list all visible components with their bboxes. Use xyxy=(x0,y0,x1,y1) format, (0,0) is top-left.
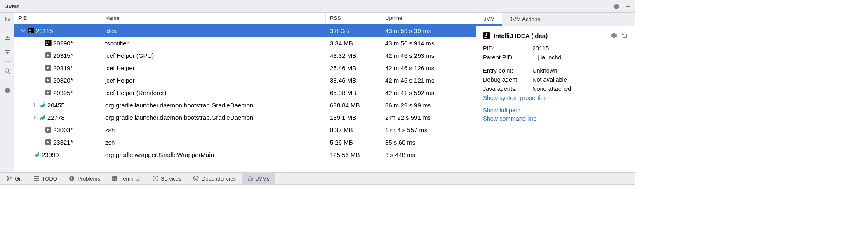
svg-rect-0 xyxy=(626,6,630,7)
pid-label: PID: xyxy=(483,45,532,52)
name-text: jcef Helper (Renderer) xyxy=(101,89,326,96)
table-row[interactable]: 23999org.gradle.wrapper.GradleWrapperMai… xyxy=(14,148,476,161)
pid-text: 23003* xyxy=(53,126,73,133)
name-text: jcef Helper (GPU) xyxy=(101,52,326,59)
gear-icon[interactable] xyxy=(613,3,620,10)
table-row[interactable]: 23321*zsh5.26 MB35 s 60 ms xyxy=(14,136,476,148)
bottom-dependencies-label: Dependencies xyxy=(202,176,236,182)
rss-text: 638.84 MB xyxy=(326,102,381,109)
svg-point-19 xyxy=(38,153,39,154)
tool-gutter xyxy=(0,13,14,172)
entry-label: Entry point: xyxy=(483,67,532,74)
bottom-terminal[interactable]: Terminal xyxy=(106,173,146,184)
svg-point-25 xyxy=(7,179,9,181)
pid-text: 20455 xyxy=(47,102,65,109)
bottom-jvms[interactable]: JVMs xyxy=(242,173,275,184)
table-row[interactable]: 20320*jcef Helper33.46 MB42 m 46 s 121 m… xyxy=(14,74,476,86)
svg-rect-28 xyxy=(35,176,39,177)
minimize-icon[interactable] xyxy=(624,3,632,10)
bottom-git[interactable]: Git xyxy=(0,173,28,184)
name-text: org.gradle.launcher.daemon.bootstrap.Gra… xyxy=(101,102,326,109)
table-row[interactable]: 20319*jcef Helper25.46 MB42 m 46 s 126 m… xyxy=(14,62,476,74)
details-refresh-icon[interactable] xyxy=(621,32,628,39)
svg-rect-34 xyxy=(72,177,73,179)
uptime-text: 42 m 46 s 293 ms xyxy=(381,52,476,59)
column-rss[interactable]: RSS xyxy=(326,13,381,24)
svg-rect-5 xyxy=(29,32,31,33)
table-row[interactable]: 23003*zsh8.37 MB1 m 4 s 557 ms xyxy=(14,124,476,136)
bottom-services[interactable]: Services xyxy=(146,173,187,184)
ppid-label: Parent PID: xyxy=(483,54,532,61)
expand-all-icon[interactable] xyxy=(4,35,11,42)
bottom-dependencies[interactable]: Dependencies xyxy=(187,173,242,184)
layers-icon xyxy=(193,176,199,182)
uptime-text: 2 m 22 s 591 ms xyxy=(381,114,476,121)
table-body: IJ20115idea3.8 GB43 m 59 s 39 msIJ20290*… xyxy=(14,24,476,172)
svg-point-24 xyxy=(7,176,9,178)
git-branch-icon xyxy=(6,176,12,182)
uptime-text: 42 m 46 s 121 ms xyxy=(381,77,476,84)
column-name[interactable]: Name xyxy=(101,13,326,24)
tab-jvm-actions[interactable]: JVM Actions xyxy=(502,13,548,26)
refresh-icon[interactable] xyxy=(4,15,11,23)
table-row[interactable]: 22778org.gradle.launcher.daemon.bootstra… xyxy=(14,111,476,124)
table-row[interactable]: 20455org.gradle.launcher.daemon.bootstra… xyxy=(14,99,476,111)
svg-point-1 xyxy=(5,69,9,72)
gradle-icon xyxy=(39,102,46,108)
name-text: org.gradle.wrapper.GradleWrapperMain xyxy=(101,151,326,158)
uptime-text: 43 m 59 s 39 ms xyxy=(381,27,476,34)
chevron-down-icon[interactable] xyxy=(20,29,26,33)
uptime-text: 43 m 56 s 914 ms xyxy=(381,40,476,47)
column-pid[interactable]: PID xyxy=(14,13,101,24)
rss-text: 125.56 MB xyxy=(326,151,381,158)
exec-icon xyxy=(45,126,52,133)
ij-icon: IJ xyxy=(28,27,34,34)
details-tabs: JVM JVM Actions xyxy=(476,13,635,26)
svg-text:IJ: IJ xyxy=(46,40,49,43)
play-icon xyxy=(152,176,158,182)
pid-text: 20115 xyxy=(36,27,53,34)
svg-text:IJ: IJ xyxy=(484,33,487,36)
table-row[interactable]: 20315*jcef Helper (GPU)43.32 MB42 m 46 s… xyxy=(14,49,476,62)
rss-text: 5.26 MB xyxy=(326,139,381,146)
pid-text: 22778 xyxy=(47,114,65,121)
table-row[interactable]: IJ20290*fsnotifier3.34 MB43 m 56 s 914 m… xyxy=(14,37,476,49)
svg-line-2 xyxy=(8,72,10,74)
uptime-text: 42 m 41 s 592 ms xyxy=(381,89,476,96)
tab-jvm[interactable]: JVM xyxy=(476,13,502,26)
chevron-right-icon[interactable] xyxy=(32,115,38,119)
exec-icon xyxy=(45,77,52,83)
link-system-properties[interactable]: Show system properties xyxy=(483,95,628,101)
details-title: IntelliJ IDEA (idea) xyxy=(494,32,607,39)
process-table: PID Name RSS Uptime IJ20115idea3.8 GB43 … xyxy=(14,13,476,172)
bottom-terminal-label: Terminal xyxy=(120,176,141,182)
link-command-line[interactable]: Show command line xyxy=(483,115,628,122)
details-gear-icon[interactable] xyxy=(610,32,618,39)
svg-rect-9 xyxy=(46,44,48,45)
table-header: PID Name RSS Uptime xyxy=(14,13,476,24)
svg-rect-31 xyxy=(34,180,35,181)
gradle-icon xyxy=(33,151,40,158)
svg-rect-29 xyxy=(34,178,35,179)
pid-text: 23999 xyxy=(42,151,59,158)
search-icon[interactable] xyxy=(4,67,11,75)
jvms-panel: JVMs xyxy=(0,0,635,185)
name-text: zsh xyxy=(101,139,326,146)
column-uptime[interactable]: Uptime xyxy=(381,13,476,24)
bottom-todo[interactable]: TODO xyxy=(28,173,63,184)
bottom-jvms-label: JVMs xyxy=(256,176,270,182)
uptime-text: 1 m 4 s 557 ms xyxy=(381,126,476,133)
rss-text: 43.32 MB xyxy=(326,52,381,59)
agents-label: Java agents: xyxy=(483,86,532,92)
rss-text: 65.98 MB xyxy=(326,89,381,96)
bottom-problems[interactable]: Problems xyxy=(63,173,106,184)
svg-rect-27 xyxy=(34,176,35,177)
chevron-right-icon[interactable] xyxy=(32,103,38,107)
table-row[interactable]: IJ20115idea3.8 GB43 m 59 s 39 ms xyxy=(14,24,476,37)
table-row[interactable]: 20325*jcef Helper (Renderer)65.98 MB42 m… xyxy=(14,86,476,99)
link-full-path[interactable]: Show full path xyxy=(483,107,628,114)
settings-icon[interactable] xyxy=(4,87,11,94)
rss-text: 3.34 MB xyxy=(326,40,381,47)
pid-text: 23321* xyxy=(53,139,73,146)
collapse-all-icon[interactable] xyxy=(4,48,11,55)
